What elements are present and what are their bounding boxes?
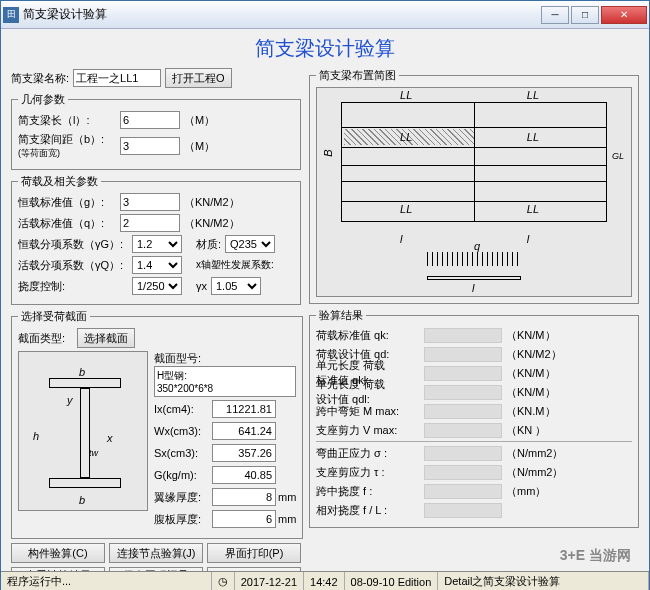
- spacing-input[interactable]: [120, 137, 180, 155]
- result-qkl: [424, 366, 502, 381]
- result-f: [424, 484, 502, 499]
- layout-diagram-group: 简支梁布置简图 LL LL LL: [309, 68, 639, 304]
- sx-value: [212, 444, 276, 462]
- web-value: [212, 510, 276, 528]
- close-button[interactable]: ✕: [601, 6, 647, 24]
- result-tau: [424, 465, 502, 480]
- dead-load-input[interactable]: [120, 193, 180, 211]
- status-time: 14:42: [304, 572, 345, 590]
- beam-name-label: 简支梁名称:: [11, 71, 69, 86]
- live-factor-select[interactable]: 1.4: [132, 256, 182, 274]
- section-group: 选择受荷截面 截面类型: 选择截面: [11, 309, 303, 539]
- live-load-input[interactable]: [120, 214, 180, 232]
- print-button[interactable]: 界面打印(P): [207, 543, 301, 563]
- status-date: 2017-12-21: [235, 572, 304, 590]
- section-model-value: H型钢: 350*200*6*8: [154, 366, 296, 397]
- result-sigma: [424, 446, 502, 461]
- window-title: 简支梁设计验算: [23, 6, 541, 23]
- result-fl: [424, 503, 502, 518]
- deflection-select[interactable]: 1/250: [132, 277, 182, 295]
- results-group: 验算结果 荷载标准值 qk:（KN/M） 荷载设计值 qd:（KN/M2） 单元…: [309, 308, 639, 528]
- flange-value: [212, 488, 276, 506]
- app-icon: 田: [3, 7, 19, 23]
- verify-joint-button[interactable]: 连接节点验算(J): [109, 543, 203, 563]
- geometry-group: 几何参数 简支梁长（l）: （M） 简支梁间距（b）: (等荷面宽) （M）: [11, 92, 301, 170]
- wx-value: [212, 422, 276, 440]
- beam-layout-diagram: LL LL LL LL LL LL B GL l l q: [316, 87, 632, 297]
- status-module: Detail之简支梁设计验算: [438, 572, 649, 590]
- statusbar: 程序运行中... ◷ 2017-12-21 14:42 08-09-10 Edi…: [1, 571, 649, 590]
- clock-icon: ◷: [212, 572, 235, 590]
- verify-member-button[interactable]: 构件验算(C): [11, 543, 105, 563]
- status-edition: 08-09-10 Edition: [345, 572, 439, 590]
- status-message: 程序运行中...: [1, 572, 212, 590]
- open-project-button[interactable]: 打开工程O: [165, 68, 232, 88]
- result-vmax: [424, 423, 502, 438]
- result-mmax: [424, 404, 502, 419]
- ix-value: [212, 400, 276, 418]
- dead-factor-select[interactable]: 1.2: [132, 235, 182, 253]
- select-section-button[interactable]: 选择截面: [77, 328, 135, 348]
- titlebar: 田 简支梁设计验算 ─ □ ✕: [1, 1, 649, 29]
- result-qd: [424, 347, 502, 362]
- material-select[interactable]: Q235: [225, 235, 275, 253]
- result-qdl: [424, 385, 502, 400]
- span-input[interactable]: [120, 111, 180, 129]
- gamma-x-select[interactable]: 1.05: [211, 277, 261, 295]
- maximize-button[interactable]: □: [571, 6, 599, 24]
- section-diagram: b y h x tw b: [18, 351, 148, 511]
- page-title: 简支梁设计验算: [11, 35, 639, 62]
- main-window: 田 简支梁设计验算 ─ □ ✕ 简支梁设计验算 简支梁名称: 打开工程O 几何参…: [0, 0, 650, 590]
- minimize-button[interactable]: ─: [541, 6, 569, 24]
- g-value: [212, 466, 276, 484]
- loads-group: 荷载及相关参数 恒载标准值（g）: （KN/M2） 活载标准值（q）: （KN/…: [11, 174, 301, 305]
- watermark: 3+E 当游网: [560, 547, 631, 565]
- result-qk: [424, 328, 502, 343]
- beam-name-input[interactable]: [73, 69, 161, 87]
